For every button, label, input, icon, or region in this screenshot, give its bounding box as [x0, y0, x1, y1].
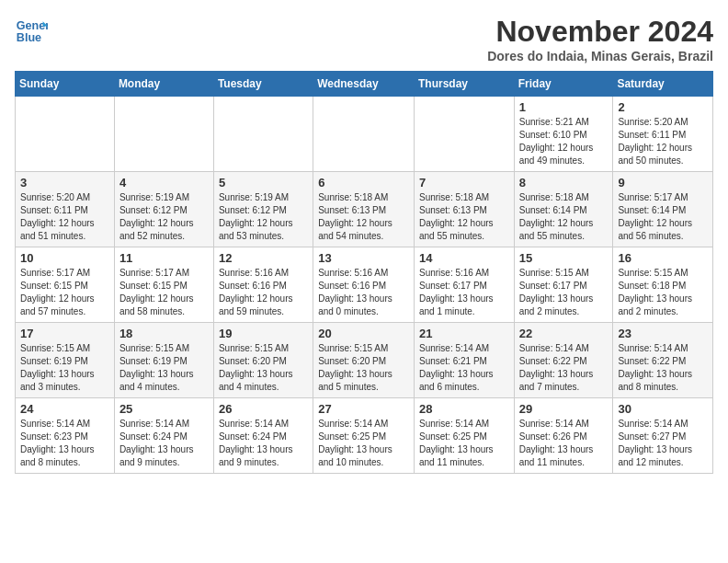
logo-icon: General Blue [15, 15, 48, 48]
day-number: 1 [519, 100, 609, 114]
calendar-week-row: 10Sunrise: 5:17 AM Sunset: 6:15 PM Dayli… [16, 247, 713, 323]
day-info: Sunrise: 5:14 AM Sunset: 6:26 PM Dayligh… [519, 418, 609, 469]
calendar-cell: 23Sunrise: 5:14 AM Sunset: 6:22 PM Dayli… [613, 323, 713, 398]
day-number: 14 [419, 251, 509, 265]
day-info: Sunrise: 5:14 AM Sunset: 6:21 PM Dayligh… [419, 342, 509, 394]
day-info: Sunrise: 5:14 AM Sunset: 6:24 PM Dayligh… [219, 418, 308, 469]
day-info: Sunrise: 5:17 AM Sunset: 6:15 PM Dayligh… [20, 267, 109, 318]
calendar-week-row: 17Sunrise: 5:15 AM Sunset: 6:19 PM Dayli… [16, 323, 713, 398]
day-info: Sunrise: 5:15 AM Sunset: 6:18 PM Dayligh… [618, 267, 708, 318]
svg-text:Blue: Blue [17, 31, 41, 44]
day-info: Sunrise: 5:15 AM Sunset: 6:19 PM Dayligh… [20, 342, 109, 394]
calendar-week-row: 1Sunrise: 5:21 AM Sunset: 6:10 PM Daylig… [16, 97, 713, 172]
day-info: Sunrise: 5:18 AM Sunset: 6:13 PM Dayligh… [419, 191, 509, 243]
day-info: Sunrise: 5:14 AM Sunset: 6:27 PM Dayligh… [618, 418, 708, 469]
calendar-cell [114, 97, 213, 172]
day-number: 22 [519, 327, 609, 340]
day-number: 30 [618, 402, 708, 416]
day-info: Sunrise: 5:19 AM Sunset: 6:12 PM Dayligh… [219, 191, 308, 243]
day-info: Sunrise: 5:15 AM Sunset: 6:20 PM Dayligh… [219, 342, 308, 394]
day-number: 26 [219, 402, 308, 416]
day-info: Sunrise: 5:14 AM Sunset: 6:25 PM Dayligh… [318, 418, 409, 469]
calendar-cell: 11Sunrise: 5:17 AM Sunset: 6:15 PM Dayli… [114, 247, 213, 323]
calendar-cell [414, 97, 514, 172]
calendar-cell: 16Sunrise: 5:15 AM Sunset: 6:18 PM Dayli… [613, 247, 713, 323]
day-number: 27 [318, 402, 409, 416]
day-number: 12 [219, 251, 308, 265]
day-number: 17 [20, 327, 109, 340]
weekday-header-cell: Wednesday [313, 72, 415, 97]
day-info: Sunrise: 5:20 AM Sunset: 6:11 PM Dayligh… [618, 116, 708, 167]
calendar-cell: 15Sunrise: 5:15 AM Sunset: 6:17 PM Dayli… [514, 247, 613, 323]
day-info: Sunrise: 5:14 AM Sunset: 6:22 PM Dayligh… [618, 342, 708, 394]
weekday-header-cell: Monday [114, 72, 213, 97]
day-info: Sunrise: 5:15 AM Sunset: 6:19 PM Dayligh… [119, 342, 209, 394]
day-info: Sunrise: 5:17 AM Sunset: 6:15 PM Dayligh… [119, 267, 209, 318]
calendar-cell: 20Sunrise: 5:15 AM Sunset: 6:20 PM Dayli… [313, 323, 415, 398]
day-number: 16 [618, 251, 708, 265]
location-subtitle: Dores do Indaia, Minas Gerais, Brazil [487, 49, 713, 63]
calendar-cell: 8Sunrise: 5:18 AM Sunset: 6:14 PM Daylig… [514, 172, 613, 247]
logo: General Blue [15, 15, 48, 48]
calendar-cell: 10Sunrise: 5:17 AM Sunset: 6:15 PM Dayli… [16, 247, 115, 323]
calendar-cell [213, 97, 313, 172]
day-number: 3 [20, 176, 109, 190]
calendar-cell: 22Sunrise: 5:14 AM Sunset: 6:22 PM Dayli… [514, 323, 613, 398]
day-info: Sunrise: 5:18 AM Sunset: 6:14 PM Dayligh… [519, 191, 609, 243]
weekday-header-cell: Friday [514, 72, 613, 97]
calendar-body: 1Sunrise: 5:21 AM Sunset: 6:10 PM Daylig… [16, 97, 713, 474]
day-number: 18 [119, 327, 209, 340]
day-number: 5 [219, 176, 308, 190]
weekday-header-cell: Tuesday [213, 72, 313, 97]
day-info: Sunrise: 5:14 AM Sunset: 6:22 PM Dayligh… [519, 342, 609, 394]
calendar-cell: 30Sunrise: 5:14 AM Sunset: 6:27 PM Dayli… [613, 398, 713, 474]
calendar-cell: 7Sunrise: 5:18 AM Sunset: 6:13 PM Daylig… [414, 172, 514, 247]
day-info: Sunrise: 5:15 AM Sunset: 6:20 PM Dayligh… [318, 342, 409, 394]
calendar-cell: 19Sunrise: 5:15 AM Sunset: 6:20 PM Dayli… [213, 323, 313, 398]
weekday-header-cell: Sunday [16, 72, 115, 97]
calendar-cell: 17Sunrise: 5:15 AM Sunset: 6:19 PM Dayli… [16, 323, 115, 398]
calendar-cell [16, 97, 115, 172]
day-number: 10 [20, 251, 109, 265]
month-title: November 2024 [487, 15, 713, 49]
calendar-cell: 9Sunrise: 5:17 AM Sunset: 6:14 PM Daylig… [613, 172, 713, 247]
calendar-table: SundayMondayTuesdayWednesdayThursdayFrid… [15, 71, 713, 474]
day-number: 6 [318, 176, 409, 190]
calendar-cell: 13Sunrise: 5:16 AM Sunset: 6:16 PM Dayli… [313, 247, 415, 323]
day-info: Sunrise: 5:21 AM Sunset: 6:10 PM Dayligh… [519, 116, 609, 167]
day-number: 29 [519, 402, 609, 416]
calendar-cell: 5Sunrise: 5:19 AM Sunset: 6:12 PM Daylig… [213, 172, 313, 247]
day-info: Sunrise: 5:18 AM Sunset: 6:13 PM Dayligh… [318, 191, 409, 243]
day-number: 13 [318, 251, 409, 265]
calendar-cell: 29Sunrise: 5:14 AM Sunset: 6:26 PM Dayli… [514, 398, 613, 474]
weekday-header-cell: Thursday [414, 72, 514, 97]
calendar-cell: 2Sunrise: 5:20 AM Sunset: 6:11 PM Daylig… [613, 97, 713, 172]
calendar-cell: 3Sunrise: 5:20 AM Sunset: 6:11 PM Daylig… [16, 172, 115, 247]
day-info: Sunrise: 5:14 AM Sunset: 6:25 PM Dayligh… [419, 418, 509, 469]
calendar-cell: 12Sunrise: 5:16 AM Sunset: 6:16 PM Dayli… [213, 247, 313, 323]
calendar-cell: 14Sunrise: 5:16 AM Sunset: 6:17 PM Dayli… [414, 247, 514, 323]
calendar-week-row: 24Sunrise: 5:14 AM Sunset: 6:23 PM Dayli… [16, 398, 713, 474]
day-info: Sunrise: 5:16 AM Sunset: 6:16 PM Dayligh… [318, 267, 409, 318]
day-info: Sunrise: 5:17 AM Sunset: 6:14 PM Dayligh… [618, 191, 708, 243]
day-info: Sunrise: 5:19 AM Sunset: 6:12 PM Dayligh… [119, 191, 209, 243]
calendar-cell: 27Sunrise: 5:14 AM Sunset: 6:25 PM Dayli… [313, 398, 415, 474]
day-number: 2 [618, 100, 708, 114]
day-info: Sunrise: 5:14 AM Sunset: 6:23 PM Dayligh… [20, 418, 109, 469]
calendar-cell: 28Sunrise: 5:14 AM Sunset: 6:25 PM Dayli… [414, 398, 514, 474]
day-number: 20 [318, 327, 409, 340]
day-number: 15 [519, 251, 609, 265]
calendar-cell: 21Sunrise: 5:14 AM Sunset: 6:21 PM Dayli… [414, 323, 514, 398]
calendar-cell: 6Sunrise: 5:18 AM Sunset: 6:13 PM Daylig… [313, 172, 415, 247]
day-number: 19 [219, 327, 308, 340]
day-number: 11 [119, 251, 209, 265]
calendar-cell: 4Sunrise: 5:19 AM Sunset: 6:12 PM Daylig… [114, 172, 213, 247]
day-info: Sunrise: 5:15 AM Sunset: 6:17 PM Dayligh… [519, 267, 609, 318]
day-number: 28 [419, 402, 509, 416]
day-info: Sunrise: 5:14 AM Sunset: 6:24 PM Dayligh… [119, 418, 209, 469]
calendar-cell: 26Sunrise: 5:14 AM Sunset: 6:24 PM Dayli… [213, 398, 313, 474]
calendar-cell: 1Sunrise: 5:21 AM Sunset: 6:10 PM Daylig… [514, 97, 613, 172]
day-number: 21 [419, 327, 509, 340]
day-number: 8 [519, 176, 609, 190]
day-number: 24 [20, 402, 109, 416]
